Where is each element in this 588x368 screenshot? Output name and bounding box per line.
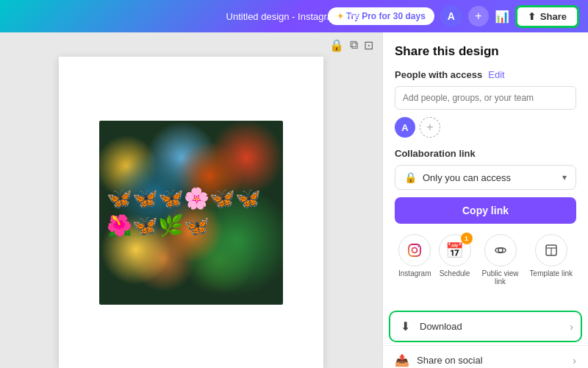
svg-point-3 [498,248,503,252]
share-icon-template-link[interactable]: Template link [530,234,573,286]
avatar-button[interactable]: A [440,5,462,27]
copy-link-button[interactable]: Copy link [395,197,576,224]
collab-link-label: Collaboration link [395,148,576,159]
public-view-label: Public view link [478,269,523,286]
instagram-label: Instagram [398,269,431,277]
user-avatar[interactable]: A [395,117,415,138]
instagram-icon-circle [398,234,431,266]
share-button-label: Share [540,11,567,22]
schedule-badge: 1 [461,233,473,244]
topbar-right: ✦ Try Pro for 30 days A + 📊 ⬆ Share [328,5,579,28]
chevron-down-icon: ▾ [562,172,567,183]
share-social-chevron: › [573,355,576,367]
share-icon-schedule[interactable]: 📅 1 Schedule [439,234,471,286]
topbar: Untitled design - Instagram Post ✦ Try P… [0,0,588,32]
collab-dropdown[interactable]: 🔒 Only you can access ▾ [395,165,576,190]
avatar-row: A + [395,117,576,138]
download-chevron: › [570,321,573,333]
download-icon: ⬇ [398,319,412,333]
template-link-label: Template link [530,269,573,277]
expand-icon[interactable]: ⊡ [364,38,373,52]
lock-icon: 🔒 [404,171,417,183]
copy-icon[interactable]: ⧉ [350,38,358,52]
template-link-icon-circle [535,234,567,266]
add-team-button[interactable]: + [468,6,489,26]
schedule-label: Schedule [440,269,470,277]
share-icon-public-view[interactable]: Public view link [478,234,523,286]
edit-access-link[interactable]: Edit [488,69,504,80]
people-access-label-text: People with access [395,69,482,80]
share-panel-title: Share this design [395,44,576,59]
svg-point-2 [417,246,419,247]
share-panel: Share this design People with access Edi… [382,32,588,368]
design-canvas [99,121,283,305]
share-social-label: Share on social [417,355,573,366]
schedule-icon-circle: 📅 1 [439,234,471,266]
share-upload-icon: ⬆ [528,11,536,22]
download-label: Download [420,321,570,332]
people-access-section: People with access Edit [395,69,576,80]
action-row-share-social[interactable]: 📤 Share on social › [383,345,588,368]
collab-option-text: Only you can access [423,172,556,183]
svg-point-1 [412,248,417,253]
public-view-icon-circle [484,234,517,266]
canvas-toolbar: 🔒 ⧉ ⊡ [329,38,382,52]
canvas-area: 🔒 ⧉ ⊡ [0,32,382,368]
page-title: Untitled design - Instagram Post [226,11,362,22]
add-people-input[interactable] [395,86,576,110]
share-button[interactable]: ⬆ Share [515,5,579,28]
share-icons-row: Instagram 📅 1 Schedule [395,234,576,286]
lock-icon[interactable]: 🔒 [329,38,344,52]
share-icon-instagram[interactable]: Instagram [398,234,431,286]
share-social-icon: 📤 [395,353,409,367]
share-panel-inner: Share this design People with access Edi… [383,32,588,308]
action-row-download[interactable]: ⬇ Download › [389,311,582,342]
canvas-page [59,57,323,368]
main-area: 🔒 ⧉ ⊡ Share this design People with acce… [0,32,588,368]
add-person-button[interactable]: + [420,117,440,138]
analytics-icon[interactable]: 📊 [495,10,509,24]
